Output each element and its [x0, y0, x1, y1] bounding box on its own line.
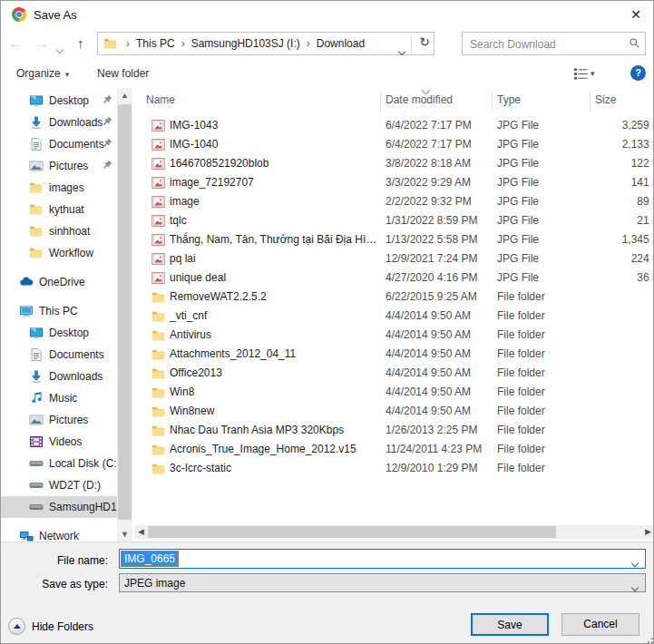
file-row[interactable]: Attachments_2012_04_114/4/2014 9:50 AMFi…: [134, 345, 654, 364]
file-row[interactable]: _vti_cnf4/4/2014 9:50 AMFile folder: [134, 307, 654, 326]
file-row[interactable]: tqlc1/31/2022 8:59 PMJPG File21 KB: [134, 211, 654, 230]
sidebar-item-label: Videos: [1, 431, 117, 453]
file-row[interactable]: Office20134/4/2014 9:50 AMFile folder: [134, 364, 654, 383]
new-folder-button[interactable]: New folder: [97, 67, 149, 80]
horizontal-scroll-thumb[interactable]: [148, 526, 556, 538]
file-row[interactable]: RemoveWAT2.2.5.26/22/2015 9:25 AMFile fo…: [134, 288, 654, 307]
views-dropdown-icon[interactable]: ▾: [591, 69, 595, 78]
sidebar-item-music[interactable]: Music: [1, 387, 117, 409]
sidebar-item-network[interactable]: Network: [1, 525, 117, 542]
file-date-cell: 4/4/2014 9:50 AM: [386, 364, 487, 383]
sidebar-item-label: SamsungHD103SJ (I:): [1, 496, 117, 518]
sidebar-item-desktop[interactable]: Desktop: [1, 322, 117, 344]
file-row[interactable]: Acronis_True_Image_Home_2012.v1511/24/20…: [134, 440, 654, 459]
resize-grip[interactable]: [644, 634, 653, 643]
file-row[interactable]: IMG-10406/4/2022 7:17 PMJPG File2,133 KB: [134, 135, 654, 154]
chevron-down-icon[interactable]: [632, 581, 638, 593]
scroll-down-icon[interactable]: ▼: [117, 527, 132, 542]
sidebar-item-label: kythuat: [1, 199, 117, 220]
column-header-name[interactable]: Name: [146, 93, 175, 106]
sidebar-item-documents[interactable]: Documents: [1, 344, 117, 366]
save-button[interactable]: Save: [471, 613, 549, 636]
file-row[interactable]: unique deal4/27/2020 4:16 PMJPG File36 K…: [134, 268, 654, 288]
sidebar-item-wd2t-d-[interactable]: WD2T (D:): [1, 474, 117, 496]
sidebar-item-documents[interactable]: Documents: [1, 133, 117, 155]
horizontal-scrollbar[interactable]: ◀ ▶: [134, 525, 654, 539]
onedrive-icon: [19, 275, 34, 289]
hide-folders-button[interactable]: Hide Folders: [8, 616, 93, 636]
column-header-type[interactable]: Type: [497, 93, 521, 106]
sidebar-item-onedrive[interactable]: OneDrive: [1, 271, 117, 293]
scroll-right-icon[interactable]: ▶: [641, 525, 654, 539]
sidebar-item-this-pc[interactable]: This PC: [1, 300, 117, 322]
sidebar-item-videos[interactable]: Videos: [1, 431, 117, 453]
back-button[interactable]: ←: [8, 34, 22, 53]
views-icon[interactable]: [573, 67, 589, 81]
file-row[interactable]: image2/2/2022 9:32 PMJPG File89 KB: [134, 192, 654, 211]
sidebar-item-pictures[interactable]: Pictures: [1, 155, 117, 177]
search-box: [462, 32, 646, 55]
file-row[interactable]: image_721927073/3/2022 9:29 AMJPG File14…: [134, 173, 654, 192]
sidebar-scroll-thumb[interactable]: [118, 104, 132, 520]
sidebar-item-images[interactable]: images: [1, 177, 117, 199]
breadcrumb-item[interactable]: Download: [315, 37, 366, 50]
file-rows: IMG-10436/4/2022 7:17 PMJPG File3,259 KB…: [134, 116, 654, 478]
search-icon[interactable]: [629, 37, 640, 49]
folder-icon: [151, 462, 165, 475]
file-row[interactable]: Thắng, Nam, Tân, Thưởng tại Bãi Địa Hìn.…: [134, 230, 654, 249]
scroll-left-icon[interactable]: ◀: [134, 525, 148, 539]
sidebar-item-local-disk-c-[interactable]: Local Disk (C:): [1, 453, 117, 474]
file-row[interactable]: pq lai12/9/2021 7:24 PMJPG File224 KB: [134, 249, 654, 268]
file-name-input[interactable]: IMG_0665: [119, 549, 646, 569]
save-as-type-select[interactable]: JPEG image: [119, 573, 646, 592]
forward-button[interactable]: →: [35, 34, 49, 53]
file-row[interactable]: Win84/4/2014 9:50 AMFile folder: [134, 383, 654, 402]
sidebar-item-workflow[interactable]: Workflow: [1, 242, 117, 264]
breadcrumb-item[interactable]: SamsungHD103SJ (I:): [190, 37, 302, 50]
sidebar-item-label: WD2T (D:): [1, 474, 117, 496]
file-date-cell: 12/9/2010 1:29 PM: [386, 459, 487, 478]
file-date-cell: 6/22/2015 9:25 AM: [386, 288, 487, 307]
file-row[interactable]: IMG-10436/4/2022 7:17 PMJPG File3,259 KB: [134, 116, 654, 135]
up-button[interactable]: ↑: [77, 34, 84, 53]
chevron-down-icon[interactable]: [632, 556, 638, 569]
address-dropdown-icon[interactable]: [399, 42, 405, 58]
file-name-cell: IMG-1043: [170, 116, 378, 135]
history-chevron-icon[interactable]: [57, 39, 63, 57]
sidebar-scrollbar[interactable]: ▲ ▼: [117, 88, 132, 542]
file-row[interactable]: 3c-Icrc-static12/9/2010 1:29 PMFile fold…: [134, 459, 654, 478]
sidebar-item-downloads[interactable]: Downloads: [1, 112, 117, 133]
file-date-cell: 1/31/2022 8:59 PM: [386, 211, 487, 230]
help-icon[interactable]: ?: [630, 65, 646, 81]
sidebar-item-kythuat[interactable]: kythuat: [1, 199, 117, 220]
address-bar[interactable]: ›This PC›SamsungHD103SJ (I:)›Download ↻: [97, 32, 434, 55]
file-date-cell: 1/13/2022 5:58 PM: [386, 230, 487, 249]
file-row[interactable]: Win8new4/4/2014 9:50 AMFile folder: [134, 402, 654, 421]
breadcrumb-item[interactable]: This PC: [134, 37, 177, 50]
folder-icon: [29, 181, 44, 195]
breadcrumb-chevron-icon: ›: [302, 37, 315, 50]
cancel-button[interactable]: Cancel: [561, 613, 639, 636]
sidebar-item-sinhhoat[interactable]: sinhhoat: [1, 220, 117, 242]
chrome-icon: [12, 7, 26, 22]
file-name-cell: Attachments_2012_04_11: [170, 345, 378, 364]
scroll-up-icon[interactable]: ▲: [117, 88, 132, 102]
file-row[interactable]: Nhac Dau Tranh Asia MP3 320Kbps1/26/2013…: [134, 421, 654, 440]
file-row[interactable]: Antivirus4/4/2014 9:50 AMFile folder: [134, 326, 654, 345]
sidebar-item-samsunghd103sj-i-[interactable]: SamsungHD103SJ (I:): [1, 496, 117, 518]
search-input[interactable]: [468, 34, 626, 54]
file-date-cell: 12/9/2021 7:24 PM: [386, 249, 487, 268]
file-type-cell: File folder: [497, 288, 584, 307]
file-type-cell: JPG File: [497, 154, 584, 173]
organize-button[interactable]: Organize▾: [16, 67, 69, 80]
refresh-icon[interactable]: ↻: [419, 34, 430, 49]
column-header-date-modified[interactable]: Date modified: [386, 93, 453, 106]
file-row[interactable]: 1646708521920blob3/8/2022 8:18 AMJPG Fil…: [134, 154, 654, 173]
file-size-cell: 2,133 KB: [588, 135, 654, 154]
close-icon[interactable]: ✕: [624, 5, 648, 24]
sidebar-item-downloads[interactable]: Downloads: [1, 366, 117, 387]
column-header-size[interactable]: Size: [595, 93, 616, 106]
sidebar-item-label: images: [1, 177, 117, 199]
sidebar-item-desktop[interactable]: Desktop: [1, 90, 117, 112]
sidebar-item-pictures[interactable]: Pictures: [1, 409, 117, 431]
